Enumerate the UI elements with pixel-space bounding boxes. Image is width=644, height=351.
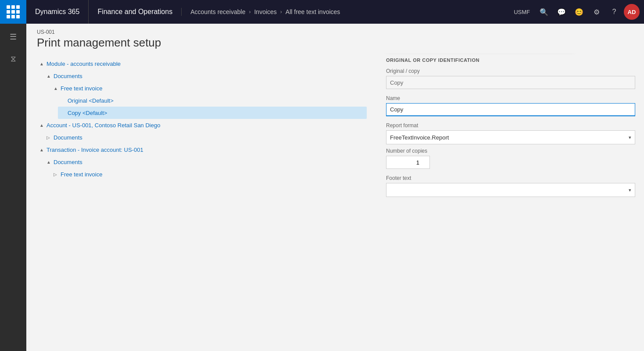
number-of-copies-group: Number of copies [386, 148, 635, 169]
tree-node-original-default[interactable]: Original <Default> [58, 94, 367, 107]
tree-arrow-transaction: ▲ [39, 147, 47, 152]
settings-button[interactable]: ⚙ [589, 4, 605, 20]
tree-node-documents2[interactable]: ▷ Documents [44, 131, 367, 143]
report-format-label: Report format [386, 122, 635, 129]
name-input[interactable] [386, 103, 635, 116]
report-format-dropdown-container: FreeTextInvoice.Report ▾ [386, 130, 635, 144]
name-group: Name [386, 95, 635, 116]
tree-node-documents1[interactable]: ▲ Documents [44, 70, 367, 82]
tree-arrow-fti2: ▷ [54, 172, 61, 177]
tree-label-transaction: Transaction - Invoice account: US-001 [47, 147, 143, 153]
breadcrumb-item-0[interactable]: Accounts receivable [190, 8, 245, 15]
report-format-dropdown-btn[interactable]: FreeTextInvoice.Report ▾ [386, 130, 635, 144]
module-name[interactable]: Finance and Operations [89, 8, 182, 16]
tree-label-copy: Copy <Default> [68, 110, 107, 116]
tree-arrow-orig [61, 98, 68, 103]
tree-node-documents3[interactable]: ▲ Documents [44, 156, 367, 168]
brand-name[interactable]: Dynamics 365 [35, 8, 79, 16]
tree-arrow-copy [61, 111, 68, 115]
tree-node-free-text-invoice[interactable]: ▲ Free text invoice [51, 82, 367, 94]
report-format-caret-icon: ▾ [629, 135, 631, 140]
tree-label-module: Module - accounts receivable [47, 61, 121, 67]
footer-text-dropdown-btn[interactable]: ▾ [386, 183, 635, 197]
page-header: US-001 Print management setup [26, 24, 644, 53]
sidebar-hamburger-button[interactable]: ☰ [4, 28, 22, 46]
tree-arrow-documents3: ▲ [47, 160, 54, 165]
tree-label-fti: Free text invoice [61, 85, 102, 92]
apps-button[interactable] [0, 0, 26, 24]
topnav: Dynamics 365 Finance and Operations Acco… [0, 0, 644, 24]
tree-arrow-account: ▲ [39, 123, 47, 128]
content-area: ▲ Module - accounts receivable ▲ Documen… [26, 53, 644, 345]
breadcrumb-item-2[interactable]: All free text invoices [286, 8, 340, 15]
tree-arrow-fti: ▲ [54, 86, 61, 91]
environment-label: USMF [509, 9, 534, 15]
tree-node-module[interactable]: ▲ Module - accounts receivable [37, 57, 367, 70]
number-of-copies-input[interactable] [386, 156, 430, 169]
original-copy-input[interactable] [386, 76, 635, 89]
user-circle-button[interactable]: 😊 [571, 4, 587, 20]
main-content: US-001 Print management setup ▲ Module -… [26, 24, 644, 351]
name-label: Name [386, 95, 635, 101]
tree-node-free-text-invoice2[interactable]: ▷ Free text invoice [51, 168, 367, 180]
topnav-right: USMF 🔍 💬 😊 ⚙ ? AD [505, 4, 644, 20]
breadcrumb-sep-1: › [280, 9, 282, 15]
original-copy-label: Original / copy [386, 68, 635, 74]
search-button[interactable]: 🔍 [536, 4, 552, 20]
section-header-orig-copy: ORIGINAL OR COPY IDENTIFICATION [386, 57, 635, 63]
tree-node-copy-default[interactable]: Copy <Default> [58, 107, 367, 119]
tree-label-fti2: Free text invoice [61, 171, 102, 178]
chat-button[interactable]: 💬 [554, 4, 569, 20]
tree-arrow-documents2: ▷ [47, 135, 54, 140]
help-button[interactable]: ? [606, 4, 622, 20]
report-format-section: All countries/regions US UK DE ▾ Report … [386, 122, 635, 144]
page-title: Print management setup [37, 36, 633, 50]
footer-text-label: Footer text [386, 175, 635, 181]
footer-text-group: Footer text ▾ [386, 175, 635, 197]
tree-arrow-module: ▲ [39, 61, 47, 66]
tree-label-documents2: Documents [54, 134, 82, 141]
tree-label-orig: Original <Default> [68, 97, 114, 104]
tree-label-documents3: Documents [54, 159, 82, 165]
page-subheader: US-001 [37, 29, 633, 35]
tree-node-transaction[interactable]: ▲ Transaction - Invoice account: US-001 [37, 143, 367, 156]
breadcrumb-sep-0: › [249, 9, 250, 15]
apps-grid-icon [7, 5, 20, 18]
report-format-current-value: FreeTextInvoice.Report [390, 134, 449, 141]
footer-text-caret-icon: ▾ [629, 187, 631, 193]
footer-text-dropdown-container: ▾ [386, 183, 635, 197]
tree-label-account: Account - US-001, Contoso Retail San Die… [47, 122, 160, 129]
left-sidebar: ☰ ⧖ [0, 24, 26, 351]
tree-panel: ▲ Module - accounts receivable ▲ Documen… [26, 53, 377, 345]
breadcrumb-item-1[interactable]: Invoices [254, 8, 276, 15]
breadcrumb: Accounts receivable › Invoices › All fre… [182, 8, 505, 15]
tree-node-account[interactable]: ▲ Account - US-001, Contoso Retail San D… [37, 119, 367, 131]
user-avatar[interactable]: AD [624, 4, 640, 20]
tree-arrow-documents1: ▲ [47, 74, 54, 79]
sidebar-filter-button[interactable]: ⧖ [4, 50, 22, 68]
number-of-copies-label: Number of copies [386, 148, 635, 154]
tree-label-documents1: Documents [54, 73, 82, 79]
original-copy-group: Original / copy [386, 68, 635, 89]
right-panel: ORIGINAL OR COPY IDENTIFICATION Original… [377, 53, 644, 345]
brand-section: Dynamics 365 [26, 0, 89, 24]
